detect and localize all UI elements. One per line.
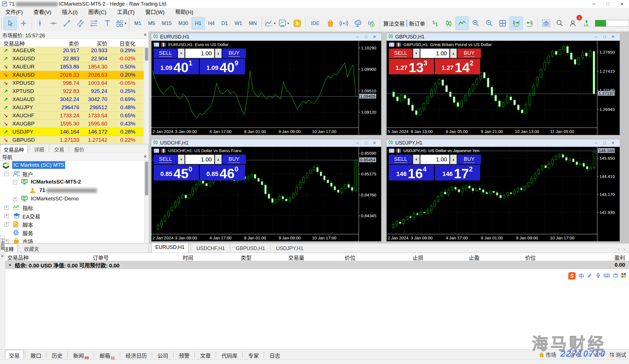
close-button[interactable]: ✕ [615, 0, 629, 8]
buy-price-box[interactable]: 1.09409 [200, 59, 245, 74]
timeframe-button-mn[interactable]: MN [246, 17, 260, 29]
sidebar-item-3[interactable]: 71 [0, 186, 143, 195]
chart-window-titlebar[interactable]: EURUSD,H1─□✕ [151, 33, 382, 41]
new-order-button[interactable]: 新订单 [405, 17, 425, 30]
cursor-tool-button[interactable] [3, 17, 17, 30]
ime-pen-icon[interactable] [587, 273, 592, 279]
table-row-USDJPY[interactable]: ↗USDJPY146.164146.1720.28% [0, 128, 144, 136]
volume-increase-button[interactable]: ▲ [215, 49, 222, 58]
volume-input[interactable]: 1.00 [185, 155, 214, 164]
menu-item-5[interactable]: 窗口(W) [140, 8, 170, 15]
one-click-trading-icon[interactable] [161, 42, 166, 47]
screenshot-button[interactable] [539, 17, 553, 30]
metaeditor-ide-button[interactable]: IDE [307, 17, 324, 30]
chart-window-gbpusdh1[interactable]: GBPUSD,H1─□✕1.276501.274151.271801.26945… [386, 33, 620, 136]
expand-icon[interactable]: + [4, 205, 9, 210]
horizontal-line-tool-button[interactable] [47, 17, 60, 30]
sogou-logo-icon[interactable]: S [568, 272, 576, 280]
collapse-icon[interactable]: − [13, 180, 17, 184]
chart-tab-3[interactable]: USDJPY,H1 [273, 244, 307, 253]
navigator-scrollbar[interactable] [144, 161, 149, 244]
indicators-button[interactable]: ▾ [264, 17, 277, 30]
close-icon[interactable]: ✕ [1, 254, 4, 258]
ime-mic-icon[interactable] [595, 273, 601, 279]
table-row-XPDUSD[interactable]: ↘XPDUSD998.741003.64-0.05% [0, 79, 144, 87]
timeframe-button-m15[interactable]: M15 [158, 17, 175, 29]
collapse-icon[interactable]: − [4, 172, 9, 176]
volume-increase-button[interactable]: ▲ [450, 49, 457, 58]
volume-decrease-button[interactable]: ▼ [413, 155, 420, 164]
ime-grid-icon[interactable] [621, 273, 626, 279]
timeframe-button-m5[interactable]: M5 [145, 17, 158, 29]
minimize-button[interactable]: ─ [587, 0, 601, 8]
volume-decrease-button[interactable]: ▼ [178, 49, 185, 58]
table-row-XAGEUR[interactable]: ↗XAGEUR20.91720.9330.29% [0, 47, 144, 55]
sell-price-box[interactable]: 1.27133 [389, 59, 434, 74]
workspace-scroll-strip[interactable] [621, 31, 629, 244]
tab-scroll-right-icon[interactable]: › [623, 246, 625, 252]
table-row-XAUCHF[interactable]: ↘XAUCHF1733.241733.540.65% [0, 112, 144, 120]
volume-input[interactable]: 1.00 [420, 49, 449, 58]
timeframe-button-h4[interactable]: H4 [205, 17, 218, 29]
zoom-out-button[interactable] [482, 17, 496, 30]
navigator-tab-1[interactable]: 收藏夹 [21, 244, 42, 253]
toolbox-column-4[interactable]: 交易量 [288, 254, 304, 261]
sidebar-item-2[interactable]: −ICMarketsSC-MT5-2 [0, 178, 143, 186]
toolbar-grip[interactable] [1, 17, 3, 29]
maximize-button[interactable]: □ [601, 0, 615, 8]
expand-icon[interactable]: + [13, 197, 17, 201]
channel-tool-button[interactable] [74, 17, 87, 30]
toolbox-column-8[interactable]: 价位 [525, 254, 536, 261]
toolbox-vertical-tab[interactable]: 工具箱 [0, 235, 4, 253]
chart-window-titlebar[interactable]: GBPUSD,H1─□✕ [386, 33, 620, 41]
toolbox-column-7[interactable]: 止盈 [469, 254, 480, 261]
toolbar-grip[interactable] [128, 17, 130, 29]
market-watch-column-1[interactable]: 卖价 [69, 40, 79, 47]
buy-button[interactable]: BUY [457, 155, 481, 164]
table-row-XAGUSD[interactable]: ↗XAGUSD22.88322.904-0.02% [0, 55, 144, 63]
chart-shift-button[interactable] [523, 17, 536, 30]
sidebar-item-8[interactable]: 服务 [0, 228, 143, 237]
volume-input[interactable]: 1.00 [420, 155, 449, 164]
chart-minimize-button[interactable]: ─ [353, 139, 362, 146]
table-row-XAUUSD[interactable]: ↘XAUUSD2028.332028.530.20% [0, 71, 144, 79]
chart-tab-0[interactable]: EURUSD,H1 [151, 243, 189, 253]
sidebar-item-9[interactable]: +市场 [0, 237, 143, 244]
timeframe-button-w1[interactable]: W1 [231, 17, 246, 29]
market-watch-column-3[interactable]: 日变化 [119, 40, 135, 47]
timeframe-button-d1[interactable]: D1 [218, 17, 231, 29]
chart-minimize-button[interactable]: ─ [592, 33, 600, 40]
one-click-trading-icon[interactable] [396, 42, 401, 47]
ime-keyboard-icon[interactable] [604, 273, 610, 279]
depth-of-market-icon[interactable] [154, 148, 159, 153]
volume-decrease-button[interactable]: ▼ [178, 155, 185, 164]
toolbox-column-3[interactable]: 类型 [241, 254, 251, 261]
status-item-3[interactable]: 测试 [610, 351, 626, 358]
chart-area[interactable]: 0.855900.851750.847600.843450.854542 Jan… [151, 146, 382, 242]
text-tool-button[interactable] [101, 17, 114, 30]
table-row-GBPUSD[interactable]: ↘GBPUSD1.271331.271420.22% [0, 136, 144, 144]
status-item-1[interactable]: 信号 [562, 351, 580, 358]
line-chart-mode-button[interactable] [455, 17, 469, 30]
chart-maximize-button[interactable]: □ [600, 139, 609, 146]
market-watch-column-2[interactable]: 买价 [97, 40, 107, 47]
zoom-in-button[interactable] [469, 17, 482, 30]
close-icon[interactable]: ✕ [143, 32, 147, 37]
fibonacci-tool-button[interactable] [87, 17, 101, 30]
toolbox-column-9[interactable]: 盈利 [614, 254, 625, 261]
vps-hosting-button[interactable] [351, 17, 364, 30]
chart-maximize-button[interactable]: □ [600, 33, 609, 40]
table-row-XAUAUD[interactable]: ↗XAUAUD3042.243042.700.69% [0, 95, 144, 104]
market-watch-tab-1[interactable]: 详细 [31, 145, 47, 154]
menu-item-3[interactable]: 图表(C) [83, 8, 112, 15]
depth-of-market-icon[interactable] [154, 42, 159, 47]
menu-item-0[interactable]: 文件(F) [0, 8, 28, 15]
menu-item-2[interactable]: 插入(I) [57, 8, 83, 15]
close-icon[interactable]: ✕ [143, 154, 147, 159]
toolbox-column-5[interactable]: 价位 [345, 254, 355, 261]
chart-close-button[interactable]: ✕ [609, 139, 617, 146]
sidebar-item-0[interactable]: IC Markets (SC) MT5 [0, 161, 143, 170]
depth-of-market-icon[interactable] [389, 148, 394, 153]
sell-button[interactable]: SELL [389, 49, 412, 58]
menu-item-1[interactable]: 查看(V) [28, 8, 56, 15]
